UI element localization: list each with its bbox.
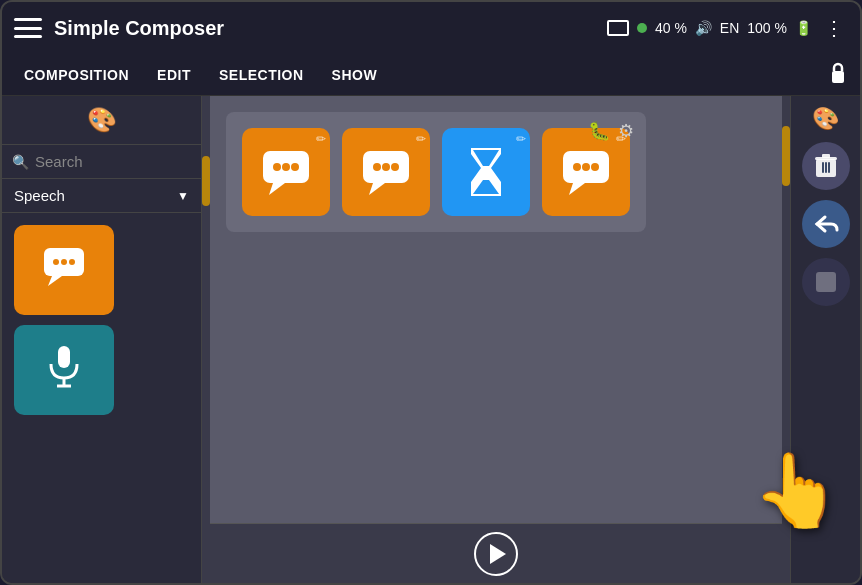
svg-marker-20 <box>569 183 585 195</box>
svg-point-23 <box>591 163 599 171</box>
menu-bar: COMPOSITION EDIT SELECTION SHOW <box>2 54 860 96</box>
category-label: Speech <box>14 187 171 204</box>
sidebar-palette-header: 🎨 <box>2 96 201 145</box>
block-edit-badge-1: ✏ <box>316 132 326 146</box>
battery-icon: 🔋 <box>795 20 812 36</box>
sidebar-items-list <box>2 213 201 583</box>
play-button[interactable] <box>474 532 518 576</box>
delete-button[interactable] <box>802 142 850 190</box>
svg-point-16 <box>373 163 381 171</box>
debug-icon[interactable]: 🐛 <box>588 120 610 142</box>
search-icon: 🔍 <box>12 154 29 170</box>
speech-bubble-icon <box>42 246 86 295</box>
status-dot <box>637 23 647 33</box>
blocks-toolbar: 🐛 ⚙ <box>588 120 634 142</box>
svg-point-11 <box>273 163 281 171</box>
left-scrollbar[interactable] <box>202 96 210 583</box>
right-scrollbar[interactable] <box>782 96 790 583</box>
right-palette-icon[interactable]: 🎨 <box>812 106 839 132</box>
svg-point-22 <box>582 163 590 171</box>
blocks-container: ✏ ✏ <box>226 112 646 232</box>
palette-icon-left[interactable]: 🎨 <box>87 106 117 134</box>
title-right-controls: 40 % 🔊 EN 100 % 🔋 ⋮ <box>607 16 848 40</box>
block-card-2[interactable]: ✏ <box>342 128 430 216</box>
hamburger-menu-icon[interactable] <box>14 18 42 38</box>
block-card-3[interactable]: ✏ <box>442 128 530 216</box>
menu-item-edit[interactable]: EDIT <box>143 61 205 89</box>
undo-button[interactable] <box>802 200 850 248</box>
right-scrollbar-thumb <box>782 126 790 186</box>
canvas-area: ✏ ✏ <box>210 96 782 583</box>
svg-rect-29 <box>822 154 830 158</box>
app-window: Simple Composer 40 % 🔊 EN 100 % 🔋 ⋮ COMP… <box>0 0 862 585</box>
volume-icon: 🔊 <box>695 20 712 36</box>
play-triangle-icon <box>490 544 506 564</box>
svg-point-21 <box>573 163 581 171</box>
canvas-main: ✏ ✏ <box>210 96 782 523</box>
svg-point-13 <box>291 163 299 171</box>
microphone-icon <box>47 344 81 397</box>
main-content: 🎨 🔍 Speech ▼ <box>2 96 860 583</box>
block-edit-badge-2: ✏ <box>416 132 426 146</box>
brightness-percent: 100 % <box>747 20 787 36</box>
svg-point-17 <box>382 163 390 171</box>
svg-marker-2 <box>48 276 62 286</box>
svg-rect-30 <box>816 272 836 292</box>
svg-rect-25 <box>822 162 824 173</box>
battery-percent: 40 % <box>655 20 687 36</box>
menu-item-composition[interactable]: COMPOSITION <box>10 61 143 89</box>
svg-rect-6 <box>58 346 70 368</box>
left-sidebar: 🎨 🔍 Speech ▼ <box>2 96 202 583</box>
left-scrollbar-thumb <box>202 156 210 206</box>
search-bar: 🔍 <box>2 145 201 179</box>
monitor-icon <box>607 20 629 36</box>
svg-rect-27 <box>828 162 830 173</box>
lock-icon <box>828 61 848 89</box>
menu-item-show[interactable]: SHOW <box>318 61 392 89</box>
block-edit-badge-3: ✏ <box>516 132 526 146</box>
svg-point-18 <box>391 163 399 171</box>
svg-rect-26 <box>825 162 827 173</box>
svg-point-12 <box>282 163 290 171</box>
svg-point-5 <box>69 259 75 265</box>
faded-action-button[interactable] <box>802 258 850 306</box>
sidebar-card-speech[interactable] <box>14 225 114 315</box>
svg-point-4 <box>61 259 67 265</box>
right-area: 🎨 <box>782 96 860 583</box>
menu-item-selection[interactable]: SELECTION <box>205 61 318 89</box>
title-bar: Simple Composer 40 % 🔊 EN 100 % 🔋 ⋮ <box>2 2 860 54</box>
app-title: Simple Composer <box>54 17 607 40</box>
category-dropdown[interactable]: Speech ▼ <box>2 179 201 213</box>
svg-marker-15 <box>369 183 385 195</box>
block-card-1[interactable]: ✏ <box>242 128 330 216</box>
sidebar-card-mic[interactable] <box>14 325 114 415</box>
dropdown-arrow-icon: ▼ <box>177 189 189 203</box>
svg-marker-10 <box>269 183 285 195</box>
search-input[interactable] <box>35 153 191 170</box>
svg-rect-0 <box>832 71 844 83</box>
svg-point-3 <box>53 259 59 265</box>
playback-bar <box>210 523 782 583</box>
settings-icon[interactable]: ⚙ <box>618 120 634 142</box>
language-indicator: EN <box>720 20 739 36</box>
more-options-icon[interactable]: ⋮ <box>820 16 848 40</box>
right-sidebar: 🎨 <box>790 96 860 583</box>
